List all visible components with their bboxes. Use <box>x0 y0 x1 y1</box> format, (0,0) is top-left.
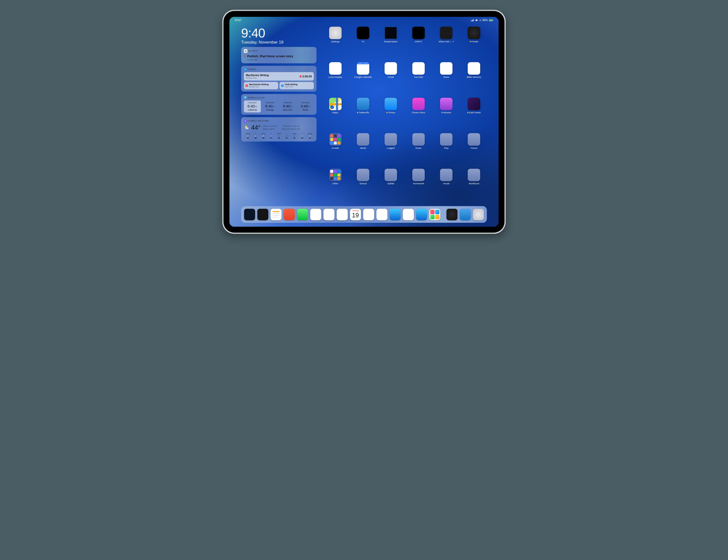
news-icon[interactable] <box>440 62 453 75</box>
sc-school-icon[interactable] <box>357 169 369 181</box>
dock-recent-twitterrific-d-icon[interactable] <box>460 209 471 220</box>
worldclock-city[interactable]: TUESDAY 3:40PM Rome <box>297 100 314 112</box>
podcasts-icon[interactable] <box>440 98 453 110</box>
dock-appstore-icon[interactable] <box>416 209 427 220</box>
bible-icon[interactable] <box>468 62 480 75</box>
app-sc-music[interactable]: Music <box>406 133 431 166</box>
app-sc-week[interactable]: Week <box>350 133 376 166</box>
app-settings[interactable]: Settings <box>322 27 348 59</box>
sc-syllabi-icon[interactable] <box>384 169 397 181</box>
app-folder-other[interactable]: Other <box>322 169 348 201</box>
app-gcal[interactable]: 31 Google Calendar <box>350 62 376 95</box>
dock-twitter-icon[interactable] <box>403 209 414 220</box>
dock-files-icon[interactable] <box>376 209 387 220</box>
app-youtube[interactable]: YouTube <box>406 62 431 95</box>
dock-drafts-icon[interactable] <box>271 209 282 220</box>
dock-recent-settings-d-icon[interactable] <box>473 209 484 220</box>
sc-play-icon[interactable] <box>440 133 453 146</box>
sc-music-icon[interactable] <box>412 133 425 146</box>
app-sc-play[interactable]: Play <box>433 133 459 166</box>
dock-touchid-icon[interactable] <box>244 209 255 220</box>
upnext-event[interactable]: Publish: iPad Home screen story 11:00 AM <box>244 55 314 61</box>
settings-icon[interactable] <box>329 27 342 39</box>
sc-homework-icon[interactable] <box>412 169 425 181</box>
app-giphy[interactable]: GIPHY <box>406 27 431 59</box>
gcal-icon[interactable]: 31 <box>357 62 369 75</box>
sc-logged-icon[interactable] <box>384 133 397 146</box>
app-podcasts[interactable]: Podcasts <box>433 98 459 130</box>
worldclock-city[interactable]: TUESDAY 9:40AM New York <box>279 100 296 112</box>
upnext-title: Publish: iPad Home screen story <box>247 55 293 58</box>
app-sc-school[interactable]: School <box>350 169 376 201</box>
svg-point-9 <box>245 120 246 121</box>
timery-widget[interactable]: TIMERY MacStories Writing Writing Time 2… <box>241 66 317 92</box>
sc-week-icon[interactable] <box>357 133 369 146</box>
dock-bear-icon[interactable] <box>257 209 268 220</box>
musicharbor-icon[interactable] <box>384 27 397 39</box>
folder-arcade-icon[interactable] <box>329 133 342 146</box>
timery-shortcut-1[interactable]: MacStories WritingWriting Time <box>244 82 278 89</box>
notification-dot <box>357 112 358 113</box>
worldclock-widget[interactable]: WORLD CLOCK TUESDAY 6:40AM California TU… <box>241 94 317 115</box>
app-maps[interactable]: ⬆280 Maps <box>322 98 348 130</box>
app-sc-vocab[interactable]: Aa Vocab <box>433 169 459 201</box>
ipad-device-frame: AT&T 96% 9:40 Tuesday, November 19 19 UP… <box>222 10 506 234</box>
dock-mail-icon[interactable] <box>390 209 401 220</box>
dock-things-icon[interactable] <box>284 209 295 220</box>
chevron-right-icon[interactable]: › <box>313 120 314 122</box>
carrot-weather-widget[interactable]: CARROT WEATHER › 44° FEELS LIKE 44°WIND … <box>241 117 317 142</box>
home-screen[interactable]: AT&T 96% 9:40 Tuesday, November 19 19 UP… <box>229 17 499 227</box>
app-sc-pause[interactable]: Pause <box>461 133 487 166</box>
tv-icon[interactable] <box>357 27 369 39</box>
app-sc-homework[interactable]: Homework <box>406 169 431 201</box>
twitterrific-icon[interactable] <box>357 98 369 110</box>
app-sc-workbook[interactable]: Workbook <box>461 169 487 201</box>
app-sc-syllabi[interactable]: Syllabi <box>378 169 404 201</box>
maps-icon[interactable]: ⬆280 <box>329 98 342 110</box>
gmail-icon[interactable] <box>384 62 397 75</box>
luna-icon[interactable] <box>329 62 342 75</box>
dock-safari-icon[interactable] <box>363 209 374 220</box>
app-folder-arcade[interactable]: Arcade <box>322 133 348 166</box>
app-bible[interactable]: Bible Memory <box>461 62 487 95</box>
timery-running[interactable]: MacStories Writing Writing Time 2:56:05 <box>244 72 314 81</box>
app-news[interactable]: News <box>433 62 459 95</box>
app-gmail[interactable]: Gmail <box>378 62 404 95</box>
upnext-widget[interactable]: 19 UP NEXT Publish: iPad Home screen sto… <box>241 47 317 63</box>
worldclock-city[interactable]: TUESDAY 6:40AM California <box>244 100 261 112</box>
app-whendid[interactable]: When Did I…? <box>433 27 459 59</box>
folder-other-icon[interactable] <box>329 169 342 181</box>
giphy-icon[interactable] <box>412 27 425 39</box>
app-sc-logged[interactable]: Logged <box>378 133 404 166</box>
timery-task: Writing Time <box>246 77 269 79</box>
app-ferrite[interactable]: Ferrite <box>461 27 487 59</box>
youtube-icon[interactable] <box>412 62 425 75</box>
sc-vocab-icon[interactable]: Aa <box>440 169 453 181</box>
app-tv[interactable]: TV <box>350 27 376 59</box>
dock-recent-ferrite-d-icon[interactable] <box>446 209 457 220</box>
app-timery[interactable]: Timery <box>378 98 404 130</box>
dock[interactable]: Tuesday19 <box>241 206 487 223</box>
app-darknoise[interactable]: Dark Noise <box>461 98 487 130</box>
dock-messages-icon[interactable] <box>297 209 308 220</box>
app-twitterrific[interactable]: Twitterrific <box>350 98 376 130</box>
dock-shortcuts-icon[interactable] <box>429 209 440 220</box>
sc-workbook-icon[interactable] <box>468 169 480 181</box>
app-musicharbor[interactable]: MusicHarbor <box>378 27 404 59</box>
timery-shortcut-2[interactable]: Club WritingClub Timer <box>280 82 314 89</box>
weather-hour: 4PM49 <box>259 133 267 139</box>
whendid-icon[interactable] <box>440 27 453 39</box>
ferrite-icon[interactable] <box>468 27 480 39</box>
darknoise-icon[interactable] <box>468 98 480 110</box>
worldclock-city[interactable]: TUESDAY 8:40AM Chicago <box>262 100 278 112</box>
app-luna[interactable]: Luna Display <box>322 62 348 95</box>
app-itunes[interactable]: iTunes Store <box>406 98 431 130</box>
sc-pause-icon[interactable] <box>468 133 480 146</box>
dock-files-orange-icon[interactable] <box>337 209 348 220</box>
itunes-icon[interactable] <box>412 98 425 110</box>
dock-calendar-icon[interactable]: Tuesday19 <box>350 209 361 220</box>
dock-slack-icon[interactable] <box>310 209 321 220</box>
weather-hour: 149 <box>252 133 260 139</box>
timery-icon[interactable] <box>384 98 397 110</box>
dock-photos-icon[interactable] <box>323 209 334 220</box>
